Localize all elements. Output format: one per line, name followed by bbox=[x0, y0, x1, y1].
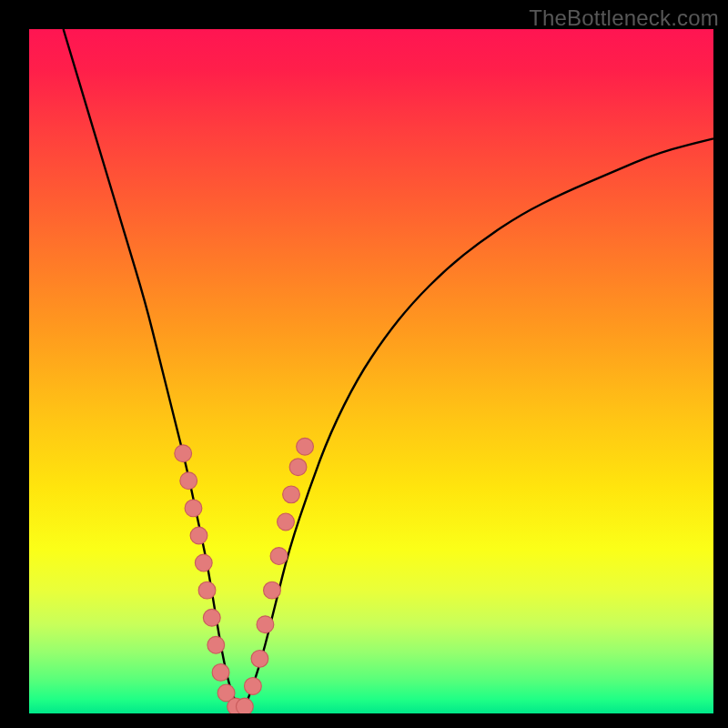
highlighted-point bbox=[289, 459, 307, 476]
highlighted-point bbox=[236, 698, 253, 713]
highlighted-point bbox=[283, 486, 300, 503]
plot-area bbox=[29, 29, 713, 713]
highlighted-point bbox=[270, 548, 288, 565]
highlighted-point bbox=[207, 636, 225, 653]
highlighted-point bbox=[198, 581, 216, 599]
highlighted-point bbox=[297, 438, 314, 455]
highlighted-point bbox=[251, 650, 268, 667]
highlighted-point bbox=[175, 445, 192, 462]
chart-svg bbox=[29, 29, 713, 713]
highlighted-point bbox=[278, 513, 295, 531]
highlighted-points-group bbox=[175, 438, 314, 713]
watermark-text: TheBottleneck.com bbox=[529, 5, 719, 31]
highlighted-point bbox=[203, 609, 220, 626]
chart-frame: TheBottleneck.com bbox=[0, 0, 728, 728]
highlighted-point bbox=[180, 472, 197, 490]
highlighted-point bbox=[257, 616, 274, 633]
highlighted-point bbox=[190, 527, 207, 544]
highlighted-point bbox=[264, 581, 281, 599]
highlighted-point bbox=[212, 663, 229, 681]
bottleneck-curve bbox=[64, 29, 713, 710]
highlighted-point bbox=[245, 678, 262, 695]
highlighted-point bbox=[195, 554, 212, 571]
highlighted-point bbox=[185, 500, 202, 517]
